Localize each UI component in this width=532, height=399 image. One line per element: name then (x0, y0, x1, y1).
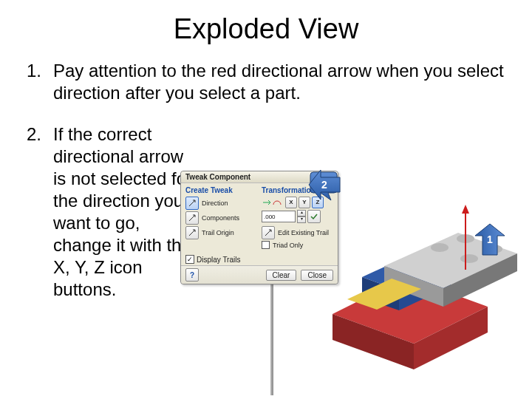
edit-trail-pick-button[interactable] (262, 226, 275, 239)
callout-2-number: 2 (321, 179, 327, 191)
components-pick-button[interactable] (185, 211, 199, 225)
list-text-1: Pay attention to the red directional arr… (53, 60, 505, 104)
display-trails-label: Display Trails (197, 256, 240, 264)
create-tweak-heading: Create Tweak (185, 186, 257, 194)
edit-trail-label: Edit Existing Trail (278, 229, 333, 236)
exploded-model (310, 159, 532, 381)
callout-2: 2 (307, 168, 341, 202)
close-button[interactable]: Close (301, 270, 333, 281)
clear-button[interactable]: Clear (266, 270, 297, 281)
display-trails-checkbox[interactable]: ✓ (185, 255, 194, 264)
distance-value-field[interactable]: .000 (262, 211, 296, 222)
callout-1-number: 1 (487, 233, 493, 245)
figure-area: Tweak Component Create Tweak Direction C… (177, 144, 532, 395)
svg-point-9 (431, 243, 449, 252)
apply-distance-button[interactable] (307, 210, 321, 223)
list-number-1: 1. (27, 60, 46, 104)
trail-origin-pick-button[interactable] (185, 226, 199, 239)
triad-only-checkbox[interactable] (262, 241, 270, 249)
help-button[interactable]: ? (185, 268, 199, 282)
svg-marker-14 (462, 205, 469, 214)
direction-label: Direction (202, 200, 257, 207)
create-tweak-column: Create Tweak Direction Components (185, 186, 257, 250)
list-item-1: 1. Pay attention to the red directional … (27, 60, 505, 104)
linear-rotate-icons[interactable] (262, 197, 282, 208)
direction-pick-button[interactable] (185, 197, 199, 210)
callout-1: 1 (473, 222, 507, 256)
signpost-pole (270, 270, 273, 395)
components-label: Components (202, 214, 257, 222)
list-number-2: 2. (27, 123, 46, 146)
slide-title: Exploded View (0, 13, 532, 45)
triad-only-label: Triad Only (273, 242, 333, 249)
distance-spinner[interactable]: ▴▾ (297, 210, 306, 223)
trail-origin-label: Trail Origin (202, 229, 257, 236)
axis-x-button[interactable]: X (285, 197, 297, 208)
